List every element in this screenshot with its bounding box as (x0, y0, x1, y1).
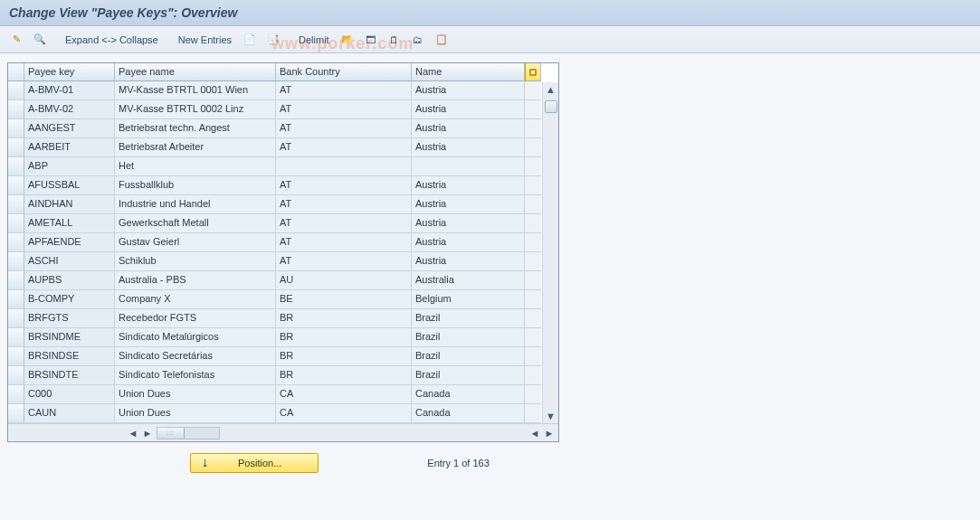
vertical-scrollbar[interactable]: ▲ ▼ (542, 82, 558, 423)
cell-payee-name[interactable]: Gewerkschaft Metall (115, 214, 276, 233)
position-button[interactable]: ⤓ Position... (190, 453, 319, 473)
row-selector[interactable] (8, 328, 24, 347)
cell-bank-country[interactable]: AT (276, 100, 412, 119)
deselect-all-button[interactable] (409, 31, 427, 49)
cell-payee-name[interactable]: Het (115, 157, 276, 176)
cell-country-name[interactable] (412, 157, 525, 176)
cell-bank-country[interactable]: AT (276, 119, 412, 138)
row-selector[interactable] (8, 271, 24, 290)
row-selector[interactable] (8, 157, 24, 176)
cell-country-name[interactable]: Canada (412, 385, 525, 404)
cell-payee-key[interactable]: ASCHI (24, 252, 115, 271)
cell-country-name[interactable]: Brazil (412, 328, 525, 347)
cell-payee-name[interactable]: Sindicato Secretárias (115, 347, 276, 366)
cell-payee-key[interactable]: AANGEST (24, 119, 115, 138)
cell-bank-country[interactable]: CA (276, 404, 412, 423)
cell-country-name[interactable]: Belgium (412, 290, 525, 309)
cell-payee-key[interactable]: BRSINDME (24, 328, 115, 347)
cell-payee-name[interactable]: Fussballklub (115, 176, 276, 195)
cell-payee-key[interactable]: BRSINDSE (24, 347, 115, 366)
cell-bank-country[interactable]: CA (276, 385, 412, 404)
hscroll-left-button[interactable]: ◄ (126, 426, 140, 440)
row-selector[interactable] (8, 385, 24, 404)
cell-payee-key[interactable]: BRSINDTE (24, 366, 115, 385)
cell-country-name[interactable]: Brazil (412, 309, 525, 328)
row-selector[interactable] (8, 214, 24, 233)
hscroll-left2-button[interactable]: ◄ (528, 426, 542, 440)
cell-country-name[interactable]: Austria (412, 214, 525, 233)
row-selector[interactable] (8, 233, 24, 252)
cell-country-name[interactable]: Austria (412, 195, 525, 214)
cell-payee-name[interactable]: Sindicato Metalúrgicos (115, 328, 276, 347)
cell-payee-key[interactable]: A-BMV-02 (24, 100, 115, 119)
table-settings-button[interactable] (525, 63, 541, 81)
cell-payee-name[interactable]: MV-Kasse BTRTL 0002 Linz (115, 100, 276, 119)
cell-payee-key[interactable]: A-BMV-01 (24, 81, 115, 100)
cell-bank-country[interactable]: AT (276, 252, 412, 271)
undo-change-button[interactable] (338, 31, 357, 49)
cell-payee-key[interactable]: AFUSSBAL (24, 176, 115, 195)
column-header-payee-key[interactable]: Payee key (24, 63, 115, 81)
cell-bank-country[interactable]: AT (276, 195, 412, 214)
cell-country-name[interactable]: Austria (412, 81, 525, 100)
column-header-bank-country[interactable]: Bank Country (276, 63, 412, 81)
cell-payee-name[interactable]: Schiklub (115, 252, 276, 271)
select-block-button[interactable] (385, 31, 404, 49)
cell-country-name[interactable]: Austria (412, 138, 525, 157)
cell-payee-name[interactable]: Sindicato Telefonistas (115, 366, 276, 385)
row-selector[interactable] (8, 309, 24, 328)
cell-country-name[interactable]: Austria (412, 252, 525, 271)
cell-bank-country[interactable]: BE (276, 290, 412, 309)
row-selector[interactable] (8, 366, 24, 385)
row-selector[interactable] (8, 347, 24, 366)
cell-payee-key[interactable]: AINDHAN (24, 195, 115, 214)
row-selector[interactable] (8, 81, 24, 100)
cell-payee-name[interactable]: Gustav Geierl (115, 233, 276, 252)
cell-payee-key[interactable]: APFAENDE (24, 233, 115, 252)
cell-bank-country[interactable]: BR (276, 309, 412, 328)
cell-country-name[interactable]: Australia (412, 271, 525, 290)
cell-payee-name[interactable]: MV-Kasse BTRTL 0001 Wien (115, 81, 276, 100)
find-icon[interactable] (31, 31, 49, 49)
scroll-up-button[interactable]: ▲ (544, 82, 558, 97)
cell-country-name[interactable]: Austria (412, 119, 525, 138)
cell-payee-key[interactable]: CAUN (24, 404, 115, 423)
cell-bank-country[interactable]: BR (276, 328, 412, 347)
expand-collapse-button[interactable]: Expand <-> Collapse (62, 31, 162, 49)
cell-payee-key[interactable]: BRFGTS (24, 309, 115, 328)
cell-payee-name[interactable]: Company X (115, 290, 276, 309)
delete-button[interactable] (264, 31, 282, 49)
row-selector[interactable] (8, 119, 24, 138)
cell-payee-key[interactable]: AARBEIT (24, 138, 115, 157)
cell-bank-country[interactable]: AT (276, 81, 412, 100)
row-selector[interactable] (8, 290, 24, 309)
copy-as-button[interactable] (241, 31, 259, 49)
cell-bank-country[interactable]: BR (276, 347, 412, 366)
row-selector[interactable] (8, 100, 24, 119)
select-all-button[interactable] (362, 31, 380, 49)
cell-country-name[interactable]: Brazil (412, 366, 525, 385)
cell-payee-name[interactable]: Recebedor FGTS (115, 309, 276, 328)
hscroll-right-button[interactable]: ► (542, 426, 557, 440)
cell-payee-name[interactable]: Industrie und Handel (115, 195, 276, 214)
cell-bank-country[interactable]: AT (276, 233, 412, 252)
cell-bank-country[interactable]: AT (276, 138, 412, 157)
hscroll-thumb[interactable]: ::: (157, 428, 185, 439)
cell-bank-country[interactable]: AT (276, 176, 412, 195)
cell-payee-key[interactable]: AMETALL (24, 214, 115, 233)
cell-payee-name[interactable]: Australia - PBS (115, 271, 276, 290)
cell-country-name[interactable]: Austria (412, 176, 525, 195)
cell-bank-country[interactable]: AU (276, 271, 412, 290)
delimit-button[interactable]: Delimit (295, 31, 333, 49)
other-view-icon[interactable] (7, 31, 25, 49)
cell-payee-key[interactable]: AUPBS (24, 271, 115, 290)
cell-payee-name[interactable]: Union Dues (115, 404, 276, 423)
cell-payee-name[interactable]: Union Dues (115, 385, 276, 404)
column-header-selector[interactable] (8, 63, 24, 81)
row-selector[interactable] (8, 252, 24, 271)
row-selector[interactable] (8, 404, 24, 423)
hscroll-right-step-button[interactable]: ► (140, 426, 155, 440)
cell-country-name[interactable]: Canada (412, 404, 525, 423)
scroll-track[interactable] (544, 97, 558, 409)
cell-bank-country[interactable]: BR (276, 366, 412, 385)
